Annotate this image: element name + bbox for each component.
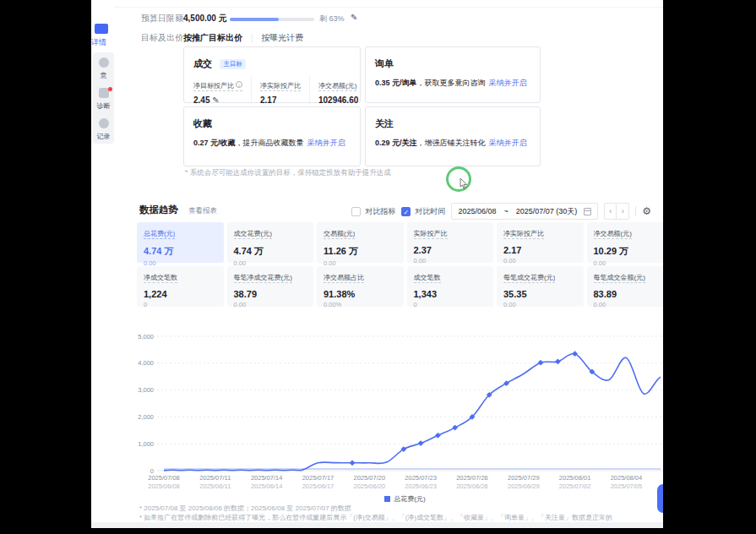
edit-budget-icon[interactable]: ✎ [351, 13, 357, 22]
deal-metric-label: 净实际投产比 [260, 82, 301, 91]
tab-bid-by-impression[interactable]: 按曝光计费 [261, 33, 303, 42]
promotion-detail-icon[interactable] [95, 24, 108, 34]
x-tick-label: 2025/07/20 [354, 474, 386, 482]
diagnose-icon [99, 88, 109, 98]
data-point-marker [350, 460, 356, 466]
x-tick-label: 2025/07/29 [508, 474, 540, 482]
goal-card-follow[interactable]: 关注 0.29 元/关注，增强店铺关注转化采纳并开启 [365, 106, 541, 166]
sidebar-item-detail[interactable]: 详情 [91, 37, 113, 48]
metric-card-label: 净成交笔数 [144, 273, 177, 283]
metric-card-label: 每笔净成交花费(元) [234, 273, 292, 283]
chart-footnote: * 2025/07/08 至 2025/08/06 的数据；2025/06/08… [139, 504, 351, 513]
trends-title: 数据趋势 [139, 204, 178, 216]
goal-card-inquiry-desc: 0.35 元/询单，获取更多意向咨询采纳并开启 [375, 78, 530, 89]
mouse-cursor-icon [460, 178, 468, 189]
data-point-marker [418, 440, 424, 446]
metric-card-5[interactable]: 净交易额(元)10.29 万0.00 [587, 222, 664, 263]
sidebar-item-history[interactable]: 记录 [93, 113, 114, 144]
main-content: 预算日限额： 4,500.00 元 剩 63% ✎ 目标及出价： 按推广目标出价… [114, 0, 663, 528]
adopt-enable-link[interactable]: 采纳并开启 [307, 139, 345, 147]
floating-side-tab[interactable] [657, 484, 663, 513]
sidebar-tool-panel: 意诊断记录 [93, 52, 114, 144]
edit-roi-icon[interactable]: ✎ [212, 95, 219, 105]
budget-value: 4,500.00 元 [183, 13, 227, 25]
compare-metric-checkbox[interactable] [351, 207, 361, 216]
prev-period-button[interactable]: ‹ [604, 203, 617, 220]
settings-gear-icon[interactable]: ⚙ [642, 205, 651, 217]
adopt-enable-link[interactable]: 采纳并开启 [489, 139, 527, 147]
data-disclaimer-footnote: * 如果推广在暂停或删除前已经获得了曝光，那么在暂停或重建后展示「(净)交易额」… [139, 513, 612, 522]
x-tick-label: 2025/07/26 [456, 474, 488, 482]
legend-label[interactable]: 总花费(元) [394, 495, 425, 503]
metric-card-value: 4.74 万 [144, 245, 217, 258]
date-range-picker[interactable]: 2025/06/08 ~ 2025/07/07 (30天) [451, 203, 598, 220]
goal-card-favorite-title: 收藏 [193, 117, 212, 130]
metric-card-2[interactable]: 交易额(元)11.26 万0.00 [317, 222, 404, 263]
metric-cards-grid: 总花费(元)4.74 万0.00成交花费(元)4.74 万0.00交易额(元)1… [137, 222, 663, 307]
x-tick-label: 2025/07/11 [199, 474, 231, 482]
metric-card-label: 成交笔数 [414, 273, 441, 283]
bottom-scroll-strip [91, 522, 663, 528]
x-tick-label-compare: 2025/07/05 [611, 482, 643, 490]
x-tick-label-compare: 2025/06/29 [508, 482, 540, 490]
metric-card-9[interactable]: 成交笔数1,3430 [407, 266, 494, 307]
metric-card-3[interactable]: 实际投产比2.370.00 [407, 222, 494, 263]
x-tick-label-compare: 2025/07/02 [559, 482, 591, 490]
x-tick-label: 2025/08/01 [559, 474, 591, 482]
sidebar-item-diagnose[interactable]: 诊断 [93, 83, 114, 113]
goal-card-follow-desc: 0.29 元/关注，增强店铺关注转化采纳并开启 [375, 138, 530, 149]
metric-card-1[interactable]: 成交花费(元)4.74 万0.00 [227, 222, 314, 263]
controls-divider [635, 206, 636, 216]
goal-card-deal[interactable]: 成交 主目标 净目标投产比i 2.45 ✎ 净实际投产比 2.17 净交易额(元… [183, 46, 361, 103]
metric-card-label: 交易额(元) [324, 229, 355, 239]
metric-card-4[interactable]: 净实际投产比2.170.00 [497, 222, 584, 263]
sidebar-item-label: 诊断 [93, 101, 114, 111]
metric-card-label: 每笔成交金额(元) [594, 273, 645, 283]
deal-metric-label: 净交易额(元) [318, 82, 356, 91]
goal-card-favorite[interactable]: 收藏 0.27 元/收藏，提升商品收藏数量采纳并开启 [183, 106, 361, 166]
metric-card-value: 10.29 万 [594, 245, 664, 258]
metric-card-6[interactable]: 净成交笔数1,2240 [137, 266, 224, 307]
left-sidebar: 详情 意诊断记录 [91, 0, 114, 528]
x-tick-label: 2025/07/23 [405, 474, 437, 482]
metric-card-7[interactable]: 每笔净成交花费(元)38.790.00 [227, 266, 314, 307]
metric-card-compare-value: 0.00% [324, 301, 397, 308]
compare-time-label: 对比时间 [415, 206, 445, 217]
metric-card-label: 净实际投产比 [503, 229, 544, 239]
sidebar-item-bulb[interactable]: 意 [93, 52, 114, 83]
metric-card-compare-value: 0 [414, 301, 487, 308]
trend-chart: 01,0002,0003,0004,0005,0002025/07/082025… [137, 323, 663, 492]
goal-card-follow-title: 关注 [375, 117, 394, 130]
y-tick-label: 4,000 [138, 359, 154, 367]
metric-card-value: 11.26 万 [324, 245, 397, 258]
line-chart-canvas: 01,0002,0003,0004,0005,0002025/07/082025… [137, 323, 663, 492]
compare-time-checkbox[interactable]: ✓ [401, 207, 411, 216]
x-tick-label-compare: 2025/06/11 [199, 482, 231, 490]
metric-card-label: 总花费(元) [144, 229, 175, 239]
goal-card-inquiry-title: 询单 [375, 57, 394, 70]
x-tick-label: 2025/07/14 [251, 474, 283, 482]
primary-goal-badge: 主目标 [220, 59, 246, 69]
y-tick-label: 2,000 [138, 413, 154, 421]
goal-card-inquiry[interactable]: 询单 0.35 元/询单，获取更多意向咨询采纳并开启 [365, 46, 541, 103]
next-period-button[interactable]: › [617, 203, 629, 220]
app-window: 详情 意诊断记录 预算日限额： 4,500.00 元 剩 63% ✎ 目标及出价… [91, 0, 663, 528]
metric-card-0[interactable]: 总花费(元)4.74 万0.00 [137, 222, 224, 263]
metric-card-value: 83.89 [594, 289, 664, 299]
budget-slider[interactable] [230, 18, 314, 21]
metric-card-8[interactable]: 净交易额占比91.38%0.00% [317, 266, 404, 307]
metric-card-value: 38.79 [234, 289, 307, 299]
view-report-link[interactable]: 查看报表 [188, 206, 217, 216]
x-tick-label-compare: 2025/06/17 [302, 482, 334, 490]
tab-bid-by-goal[interactable]: 按推广目标出价 [183, 33, 242, 42]
metric-card-compare-value: 0.00 [503, 301, 577, 308]
compare-metric-label: 对比指标 [365, 206, 395, 217]
y-tick-label: 3,000 [138, 386, 154, 394]
info-icon[interactable]: i [236, 81, 242, 88]
adopt-enable-link[interactable]: 采纳并开启 [489, 79, 527, 87]
deal-metric-value: 2.45 ✎ [193, 95, 242, 105]
metric-card-10[interactable]: 每笔成交花费(元)35.350.00 [497, 266, 584, 307]
metric-card-compare-value: 0.00 [503, 257, 577, 264]
metric-card-11[interactable]: 每笔成交金额(元)83.890.00 [587, 266, 664, 307]
tab-separator: | [251, 33, 253, 42]
